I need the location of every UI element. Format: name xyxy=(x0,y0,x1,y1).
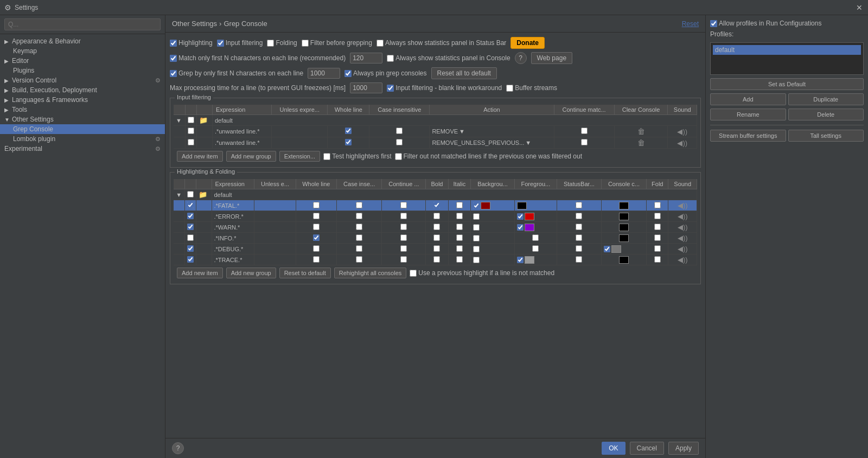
trash-icon-1[interactable]: 🗑 xyxy=(637,138,645,147)
filter-before-grepping-checkbox[interactable] xyxy=(302,40,309,47)
fatal-bg-checkbox[interactable] xyxy=(473,202,480,209)
warn-bold-checkbox[interactable] xyxy=(433,224,440,230)
warn-enabled-checkbox[interactable] xyxy=(187,224,194,230)
trace-enabled-checkbox[interactable] xyxy=(187,256,194,263)
info-case-checkbox[interactable] xyxy=(356,234,362,241)
dialog-help-button[interactable]: ? xyxy=(172,442,184,454)
donate-button[interactable]: Donate xyxy=(510,37,545,49)
error-bg-checkbox[interactable] xyxy=(473,213,480,220)
warn-console-color[interactable] xyxy=(619,224,629,231)
warn-fold-checkbox[interactable] xyxy=(654,224,661,230)
debug-console-color[interactable] xyxy=(611,245,621,253)
fatal-bg[interactable] xyxy=(471,200,514,211)
info-console-color[interactable] xyxy=(619,234,629,242)
grep-first-n-label[interactable]: Grep by only first N characters on each … xyxy=(170,69,303,77)
trace-statusbar-checkbox[interactable] xyxy=(576,256,582,263)
row0-checkbox[interactable] xyxy=(188,128,194,134)
close-button[interactable]: ✕ xyxy=(855,3,864,12)
search-input[interactable] xyxy=(4,18,161,30)
fatal-enabled-checkbox[interactable] xyxy=(187,202,194,208)
input-filtering-blank-checkbox[interactable] xyxy=(387,85,394,92)
debug-bold-checkbox[interactable] xyxy=(433,245,440,252)
row1-whole-checkbox[interactable] xyxy=(345,139,352,145)
max-processing-input[interactable] xyxy=(350,82,382,93)
info-italic-checkbox[interactable] xyxy=(456,234,463,241)
buffer-streams-label[interactable]: Buffer streams xyxy=(506,84,557,92)
test-highlighters-label[interactable]: Test highlighters first xyxy=(323,152,391,160)
folding-checkbox[interactable] xyxy=(267,40,274,47)
ok-button[interactable]: OK xyxy=(602,442,625,455)
always-pin-label[interactable]: Always pin grep consoles xyxy=(344,69,426,77)
apply-button[interactable]: Apply xyxy=(668,442,699,455)
trace-fold-checkbox[interactable] xyxy=(654,256,661,263)
fatal-fg[interactable] xyxy=(514,200,557,211)
filter-out-checkbox[interactable] xyxy=(395,153,402,160)
debug-statusbar-checkbox[interactable] xyxy=(576,245,582,252)
hf-row-error[interactable]: .*ERROR.* xyxy=(174,211,697,222)
sidebar-item-experimental[interactable]: Experimental ⚙ xyxy=(0,144,165,154)
hf-row-fatal[interactable]: .*FATAL.* xyxy=(174,200,697,211)
trace-bold-checkbox[interactable] xyxy=(433,256,440,263)
trace-whole-checkbox[interactable] xyxy=(313,256,320,263)
add-profile-button[interactable]: Add xyxy=(710,93,786,105)
hf-row-trace[interactable]: .*TRACE.* xyxy=(174,255,697,265)
row1-checkbox[interactable] xyxy=(188,139,194,145)
grep-first-n-checkbox[interactable] xyxy=(170,70,177,77)
sidebar-item-lombok[interactable]: Lombok plugin ⚙ xyxy=(0,134,165,144)
hf-rehighlight-btn[interactable]: Rehighlight all consoles xyxy=(334,268,407,278)
warn-fg-color[interactable] xyxy=(525,224,534,231)
duplicate-profile-button[interactable]: Duplicate xyxy=(788,93,864,105)
row0-whole-checkbox[interactable] xyxy=(345,128,352,134)
debug-enabled-checkbox[interactable] xyxy=(187,245,194,252)
reset-link-button[interactable]: Reset xyxy=(682,20,699,28)
highlighting-checkbox-label[interactable]: Highlighting xyxy=(170,39,213,47)
input-filtering-checkbox-label[interactable]: Input filtering xyxy=(217,39,263,47)
warn-continue-checkbox[interactable] xyxy=(400,224,407,230)
sidebar-item-languages[interactable]: ▶ Languages & Frameworks xyxy=(0,95,165,105)
trace-continue-checkbox[interactable] xyxy=(400,256,407,263)
sidebar-item-editor[interactable]: ▶ Editor xyxy=(0,56,165,66)
info-enabled-checkbox[interactable] xyxy=(187,234,194,241)
trash-icon-0[interactable]: 🗑 xyxy=(637,127,645,136)
fatal-whole-checkbox[interactable] xyxy=(313,202,320,208)
match-first-n-label[interactable]: Match only first N characters on each li… xyxy=(170,54,346,62)
error-fg-color[interactable] xyxy=(525,213,534,220)
sidebar-item-version-control[interactable]: ▶ Version Control ⚙ xyxy=(0,75,165,85)
trace-case-checkbox[interactable] xyxy=(356,256,362,263)
debug-fg-checkbox[interactable] xyxy=(532,245,539,252)
always-show-stats-label[interactable]: Always show statistics panel in Status B… xyxy=(376,39,506,47)
allow-profiles-label[interactable]: Allow profiles in Run Configurations xyxy=(710,20,864,27)
rename-profile-button[interactable]: Rename xyxy=(710,109,786,120)
fatal-fold-checkbox[interactable] xyxy=(654,202,661,208)
fatal-bg-color[interactable] xyxy=(481,202,490,209)
fatal-italic-checkbox[interactable] xyxy=(456,202,463,208)
error-console-color[interactable] xyxy=(619,213,629,220)
row1-case-checkbox[interactable] xyxy=(396,139,403,145)
hf-reset-btn[interactable]: Reset to default xyxy=(279,268,331,278)
filter-out-label[interactable]: Filter out not matched lines if the prev… xyxy=(395,152,583,160)
debug-fold-checkbox[interactable] xyxy=(654,245,661,252)
match-first-n-checkbox[interactable] xyxy=(170,55,177,62)
hf-row-info[interactable]: .*INFO.* xyxy=(174,233,697,244)
info-whole-checkbox[interactable] xyxy=(313,234,320,241)
sidebar-item-grep-console[interactable]: Grep Console xyxy=(0,124,165,134)
add-new-item-btn-1[interactable]: Add new item xyxy=(177,151,223,162)
warn-fg-checkbox[interactable] xyxy=(517,224,524,231)
input-filtering-checkbox[interactable] xyxy=(217,40,224,47)
warn-bg-checkbox[interactable] xyxy=(473,224,480,231)
sidebar-item-tools[interactable]: ▶ Tools xyxy=(0,105,165,114)
hf-row-warn[interactable]: .*WARN.* xyxy=(174,222,697,233)
debug-continue-checkbox[interactable] xyxy=(400,245,407,252)
error-case-checkbox[interactable] xyxy=(356,213,362,219)
always-show-console-checkbox[interactable] xyxy=(387,55,394,62)
delete-profile-button[interactable]: Delete xyxy=(788,109,864,120)
error-fold-checkbox[interactable] xyxy=(654,213,661,219)
fatal-statusbar-checkbox[interactable] xyxy=(576,202,582,208)
error-continue-checkbox[interactable] xyxy=(400,213,407,219)
warn-whole-checkbox[interactable] xyxy=(313,224,320,230)
always-pin-checkbox[interactable] xyxy=(344,70,352,77)
sidebar-item-appearance[interactable]: ▶ Appearance & Behavior xyxy=(0,36,165,46)
set-as-default-button[interactable]: Set as Default xyxy=(710,78,864,90)
warn-statusbar-checkbox[interactable] xyxy=(576,224,582,230)
extension-btn[interactable]: Extension... xyxy=(279,151,320,162)
